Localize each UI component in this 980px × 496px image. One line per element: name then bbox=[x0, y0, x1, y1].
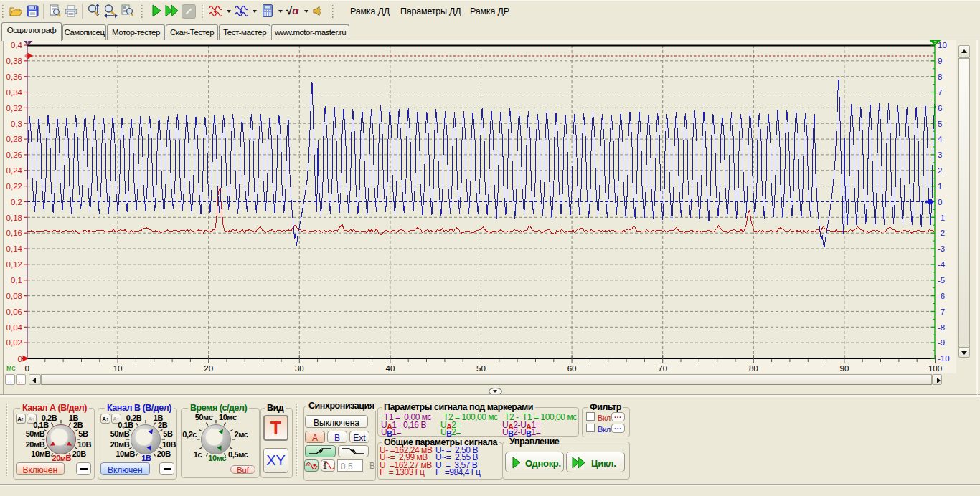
svg-text:-6: -6 bbox=[938, 292, 945, 300]
svg-text:0,16: 0,16 bbox=[6, 229, 22, 237]
svg-text:мс: мс bbox=[6, 363, 15, 372]
svg-text:-7: -7 bbox=[938, 307, 945, 316]
svg-text:0: 0 bbox=[938, 198, 942, 206]
svg-text:10: 10 bbox=[938, 41, 947, 49]
svg-text:0: 0 bbox=[18, 355, 22, 363]
svg-text:0,32: 0,32 bbox=[6, 104, 22, 113]
svg-text:0,08: 0,08 bbox=[6, 292, 22, 300]
svg-text:0,22: 0,22 bbox=[6, 182, 22, 191]
svg-text:0,34: 0,34 bbox=[6, 88, 23, 97]
svg-text:70: 70 bbox=[658, 364, 667, 373]
svg-text:5: 5 bbox=[938, 120, 942, 128]
svg-text:10: 10 bbox=[113, 364, 123, 373]
svg-text:0,26: 0,26 bbox=[6, 151, 22, 159]
svg-text:3: 3 bbox=[938, 151, 942, 159]
svg-text:-4: -4 bbox=[938, 260, 946, 269]
svg-text:-3: -3 bbox=[938, 244, 945, 253]
svg-text:7: 7 bbox=[938, 88, 942, 97]
svg-text:0,4: 0,4 bbox=[11, 41, 23, 49]
svg-text:40: 40 bbox=[386, 364, 395, 373]
svg-text:1: 1 bbox=[938, 182, 942, 191]
svg-text:0,2: 0,2 bbox=[11, 198, 22, 206]
svg-text:0,06: 0,06 bbox=[6, 307, 22, 316]
svg-text:-10: -10 bbox=[938, 354, 950, 363]
svg-text:8: 8 bbox=[938, 72, 942, 81]
svg-text:90: 90 bbox=[840, 364, 849, 373]
svg-text:0,38: 0,38 bbox=[6, 57, 22, 65]
svg-text:0,28: 0,28 bbox=[6, 135, 22, 143]
svg-text:0,24: 0,24 bbox=[6, 166, 23, 175]
svg-text:-5: -5 bbox=[938, 276, 945, 285]
svg-text:-9: -9 bbox=[938, 338, 945, 347]
svg-text:0,18: 0,18 bbox=[6, 214, 22, 222]
svg-text:0,04: 0,04 bbox=[6, 323, 23, 332]
svg-text:0,36: 0,36 bbox=[6, 72, 22, 81]
svg-text:50: 50 bbox=[476, 364, 486, 373]
svg-text:0: 0 bbox=[25, 364, 29, 373]
svg-text:6: 6 bbox=[938, 104, 942, 113]
svg-text:20: 20 bbox=[204, 364, 213, 373]
svg-text:2: 2 bbox=[933, 39, 936, 46]
svg-text:30: 30 bbox=[295, 364, 304, 373]
svg-text:60: 60 bbox=[567, 364, 577, 373]
svg-text:0,02: 0,02 bbox=[6, 338, 22, 347]
svg-text:0,12: 0,12 bbox=[6, 260, 22, 269]
svg-text:2: 2 bbox=[938, 166, 942, 175]
svg-text:-2: -2 bbox=[938, 229, 945, 237]
svg-text:9: 9 bbox=[938, 57, 942, 65]
svg-text:80: 80 bbox=[749, 364, 758, 373]
svg-text:-8: -8 bbox=[938, 323, 945, 332]
svg-text:100: 100 bbox=[928, 364, 942, 373]
svg-text:-1: -1 bbox=[938, 214, 945, 222]
svg-text:4: 4 bbox=[938, 135, 943, 143]
svg-text:0,3: 0,3 bbox=[11, 120, 22, 128]
svg-text:0,1: 0,1 bbox=[11, 276, 22, 285]
svg-text:0,14: 0,14 bbox=[6, 244, 23, 253]
